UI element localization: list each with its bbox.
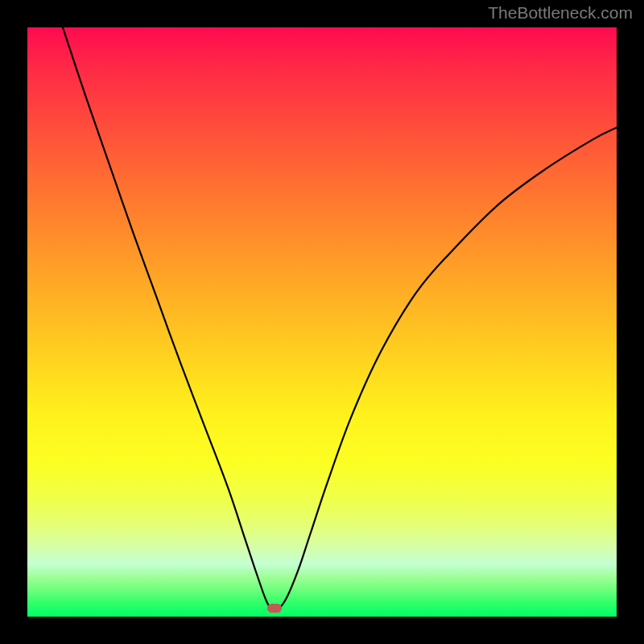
- chart-plot-area: [27, 27, 617, 617]
- bottleneck-curve: [27, 27, 617, 617]
- minimum-marker: [267, 604, 282, 613]
- watermark-text: TheBottleneck.com: [488, 3, 633, 23]
